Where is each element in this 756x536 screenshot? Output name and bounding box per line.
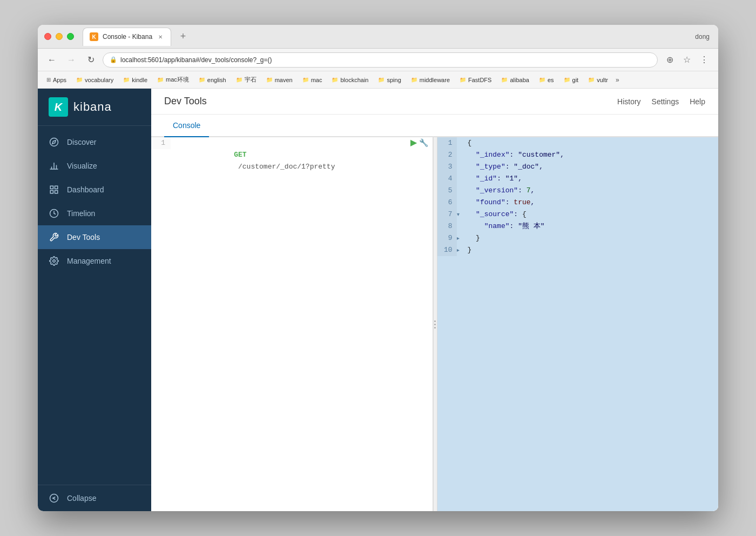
output-line-7: 7 ▾ "_source": { bbox=[437, 209, 719, 220]
back-button[interactable]: ← bbox=[44, 52, 59, 68]
bookmark-mac-env[interactable]: 📁 mac环境 bbox=[153, 75, 193, 85]
folder-icon: 📁 bbox=[266, 77, 273, 83]
folder-icon: 📁 bbox=[76, 77, 83, 83]
main-content: K kibana Discover bbox=[38, 89, 718, 511]
translate-icon[interactable]: ⊕ bbox=[662, 52, 677, 68]
bookmark-english[interactable]: 📁 english bbox=[194, 76, 231, 84]
help-button[interactable]: Help bbox=[690, 97, 705, 106]
tab-close-button[interactable]: ✕ bbox=[157, 33, 164, 41]
fold-icon[interactable]: ▸ bbox=[457, 244, 463, 256]
output-line-1: 1 { bbox=[437, 137, 719, 149]
folder-icon: 📁 bbox=[199, 77, 205, 83]
bookmark-label: es bbox=[548, 77, 554, 83]
output-line-10: 10 ▸ } bbox=[437, 244, 719, 256]
fold-icon[interactable] bbox=[457, 137, 463, 149]
sidebar-item-dashboard[interactable]: Dashboard bbox=[38, 178, 151, 202]
request-path: /customer/_doc/1?pretty bbox=[234, 163, 335, 171]
menu-icon[interactable]: ⋮ bbox=[697, 52, 712, 68]
bookmark-yuzi[interactable]: 📁 宇石 bbox=[232, 75, 261, 85]
bookmark-label: kindle bbox=[132, 77, 147, 83]
sidebar-item-management[interactable]: Management bbox=[38, 249, 151, 273]
output-line-num: 4 bbox=[437, 173, 457, 185]
line-content-1[interactable]: GET /customer/_doc/1?pretty bbox=[171, 137, 410, 185]
folder-icon: 📁 bbox=[157, 77, 164, 83]
tab-title: Console - Kibana bbox=[103, 33, 152, 41]
fold-icon[interactable]: ▸ bbox=[457, 232, 463, 244]
settings-button[interactable]: Settings bbox=[652, 97, 679, 106]
sidebar-logo: K kibana bbox=[38, 89, 151, 126]
lock-icon: 🔒 bbox=[110, 56, 117, 63]
output-content: "_index": "customer", bbox=[463, 149, 719, 161]
sidebar-item-label: Management bbox=[67, 257, 111, 265]
forward-button[interactable]: → bbox=[64, 52, 79, 68]
address-bar[interactable]: 🔒 localhost:5601/app/kibana#/dev_tools/c… bbox=[103, 52, 658, 68]
maximize-button[interactable] bbox=[67, 33, 74, 40]
output-line-5: 5 "_version": 7, bbox=[437, 185, 719, 197]
resizer-dot bbox=[434, 320, 436, 322]
output-line-num: 8 bbox=[437, 220, 457, 232]
bookmark-label: maven bbox=[275, 77, 293, 83]
bookmark-maven[interactable]: 📁 maven bbox=[262, 76, 297, 84]
input-pane[interactable]: 1 GET /customer/_doc/1?pretty ▶ 🔧 bbox=[151, 137, 433, 511]
pane-resizer[interactable] bbox=[433, 137, 437, 511]
fold-icon[interactable]: ▾ bbox=[457, 209, 463, 220]
logo-k: K bbox=[55, 101, 62, 113]
output-line-3: 3 "_type": "_doc", bbox=[437, 161, 719, 173]
folder-icon: 📁 bbox=[539, 77, 545, 83]
sidebar-item-label: Timelion bbox=[67, 209, 95, 218]
tab-favicon: K bbox=[90, 32, 98, 41]
bookmark-icon[interactable]: ☆ bbox=[679, 52, 694, 68]
output-pane: 1 { 2 "_index": "customer", 3 "_type": "… bbox=[437, 137, 719, 511]
options-button[interactable]: 🔧 bbox=[419, 138, 428, 147]
line-actions: ▶ 🔧 bbox=[410, 137, 433, 148]
bookmark-middleware[interactable]: 📁 middleware bbox=[407, 76, 454, 84]
bookmark-sping[interactable]: 📁 sping bbox=[374, 76, 405, 84]
bookmark-kindle[interactable]: 📁 kindle bbox=[119, 76, 152, 84]
nav-items: Discover Visualize bbox=[38, 126, 151, 485]
sidebar-item-devtools[interactable]: Dev Tools bbox=[38, 225, 151, 249]
refresh-button[interactable]: ↻ bbox=[83, 52, 98, 68]
browser-tab[interactable]: K Console - Kibana ✕ bbox=[83, 28, 171, 46]
bookmark-label: english bbox=[207, 77, 226, 83]
bookmark-vocabulary[interactable]: 📁 vocabulary bbox=[72, 76, 118, 84]
new-tab-button[interactable]: + bbox=[176, 29, 191, 44]
sidebar-item-discover[interactable]: Discover bbox=[38, 130, 151, 154]
bookmark-es[interactable]: 📁 es bbox=[535, 76, 558, 84]
history-button[interactable]: History bbox=[617, 97, 641, 106]
bookmark-label: mac bbox=[311, 77, 322, 83]
output-line-8: 8 "name": "熊 本" bbox=[437, 220, 719, 232]
bookmark-label: vultr bbox=[597, 77, 608, 83]
resizer-handle bbox=[434, 320, 436, 329]
bookmarks-more[interactable]: » bbox=[616, 76, 619, 84]
bookmark-label: Apps bbox=[53, 77, 66, 83]
output-line-num: 10 bbox=[437, 244, 457, 256]
bookmark-label: 宇石 bbox=[245, 76, 256, 84]
bookmark-git[interactable]: 📁 git bbox=[559, 76, 583, 84]
output-content: "_id": "1", bbox=[463, 173, 719, 185]
svg-rect-6 bbox=[50, 186, 53, 189]
sidebar-item-timelion[interactable]: Timelion bbox=[38, 202, 151, 225]
sidebar-item-visualize[interactable]: Visualize bbox=[38, 154, 151, 178]
bookmark-vultr[interactable]: 📁 vultr bbox=[584, 76, 612, 84]
bookmarks-bar: ⊞ Apps 📁 vocabulary 📁 kindle 📁 mac环境 📁 e… bbox=[38, 71, 718, 89]
fold-icon bbox=[457, 161, 463, 173]
bookmark-alibaba[interactable]: 📁 alibaba bbox=[497, 76, 533, 84]
close-button[interactable] bbox=[44, 33, 51, 40]
bookmark-mac[interactable]: 📁 mac bbox=[298, 76, 327, 84]
fold-icon bbox=[457, 149, 463, 161]
bookmark-apps[interactable]: ⊞ Apps bbox=[42, 76, 71, 84]
browser-tabs: K Console - Kibana ✕ + bbox=[83, 25, 191, 48]
bookmark-blockchain[interactable]: 📁 blockchain bbox=[327, 76, 373, 84]
minimize-button[interactable] bbox=[56, 33, 63, 40]
collapse-button[interactable]: Collapse bbox=[38, 485, 151, 511]
tab-console[interactable]: Console bbox=[164, 115, 209, 137]
navbar: ← → ↻ 🔒 localhost:5601/app/kibana#/dev_t… bbox=[38, 49, 718, 71]
bookmark-fastdfs[interactable]: 📁 FastDFS bbox=[455, 76, 496, 84]
bookmark-label: alibaba bbox=[510, 77, 529, 83]
compass-icon bbox=[49, 137, 59, 148]
run-button[interactable]: ▶ bbox=[410, 137, 417, 148]
fold-icon bbox=[457, 173, 463, 185]
line-number-1: 1 bbox=[151, 137, 171, 149]
kibana-logo-text: kibana bbox=[73, 100, 112, 114]
bookmark-label: middleware bbox=[420, 77, 450, 83]
